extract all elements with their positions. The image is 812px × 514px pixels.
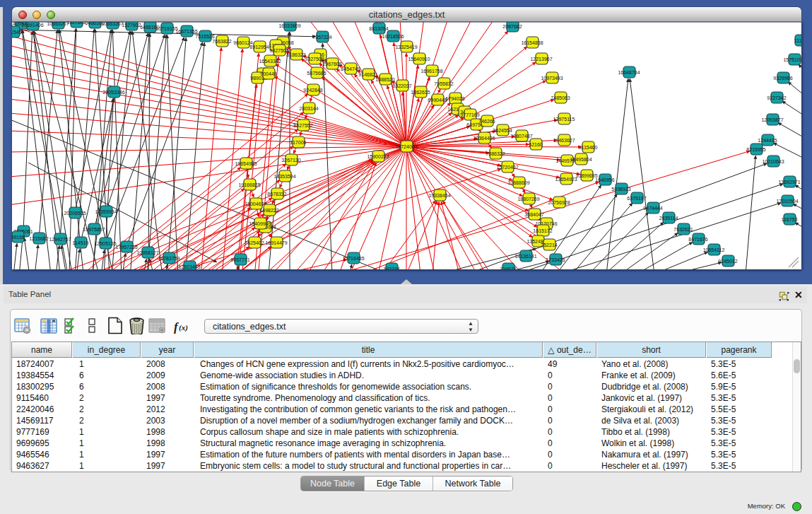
svg-text:19975857: 19975857 [83, 227, 105, 232]
svg-text:18724007: 18724007 [395, 144, 417, 149]
svg-text:4498222: 4498222 [259, 208, 278, 213]
svg-text:900446: 900446 [260, 71, 276, 76]
svg-text:15716485: 15716485 [342, 256, 364, 261]
svg-text:15409949: 15409949 [249, 221, 271, 226]
svg-text:10688609: 10688609 [507, 180, 529, 185]
svg-text:9227342: 9227342 [767, 95, 786, 100]
svg-text:15720407: 15720407 [496, 165, 518, 170]
svg-text:117006: 117006 [290, 140, 307, 145]
svg-text:1215682: 1215682 [29, 236, 48, 241]
svg-text:10958127: 10958127 [136, 250, 158, 255]
svg-text:17359934: 17359934 [95, 209, 117, 214]
svg-text:114519: 114519 [73, 240, 89, 245]
svg-text:1640956: 1640956 [595, 177, 614, 182]
svg-text:6990448: 6990448 [428, 98, 447, 103]
svg-text:1527602: 1527602 [122, 23, 141, 28]
svg-text:7357224: 7357224 [312, 35, 331, 40]
svg-text:16154838: 16154838 [521, 40, 543, 45]
svg-text:15900213: 15900213 [367, 154, 389, 159]
svg-text:7632621: 7632621 [673, 227, 693, 232]
svg-text:16543342: 16543342 [259, 59, 281, 64]
svg-text:8813054: 8813054 [369, 26, 388, 31]
svg-text:14353594: 14353594 [273, 174, 295, 179]
svg-text:9245012: 9245012 [718, 259, 737, 264]
svg-text:10973493: 10973493 [541, 76, 563, 81]
svg-text:192234: 192234 [383, 267, 399, 270]
svg-text:10899695: 10899695 [575, 173, 597, 178]
svg-text:3624554: 3624554 [493, 128, 512, 133]
svg-text:98901: 98901 [250, 76, 264, 81]
svg-text:12975115: 12975115 [553, 117, 575, 122]
svg-text:5875685: 5875685 [307, 71, 326, 76]
svg-text:8678332: 8678332 [267, 192, 286, 197]
svg-text:3267130: 3267130 [281, 158, 300, 163]
svg-text:2935114: 2935114 [659, 216, 678, 221]
svg-text:1588520: 1588520 [375, 77, 394, 82]
svg-text:11004678: 11004678 [245, 201, 267, 206]
svg-text:19654985: 19654985 [235, 161, 257, 166]
svg-text:9327508: 9327508 [305, 57, 324, 62]
svg-text:18807269: 18807269 [517, 197, 539, 201]
svg-text:9242848: 9242848 [303, 88, 322, 93]
svg-text:9474444: 9474444 [643, 206, 662, 211]
svg-text:7485063: 7485063 [551, 95, 570, 100]
svg-text:16782759: 16782759 [158, 256, 180, 261]
svg-text:5938923: 5938923 [611, 187, 630, 192]
svg-text:991545: 991545 [12, 30, 22, 35]
svg-text:7663822: 7663822 [212, 39, 231, 44]
svg-text:13654923: 13654923 [555, 177, 577, 182]
svg-text:10210643: 10210643 [762, 159, 784, 164]
svg-text:1527602: 1527602 [66, 22, 86, 25]
svg-text:17010504: 17010504 [776, 199, 798, 204]
svg-text:16961758: 16961758 [420, 69, 442, 74]
svg-text:2087682: 2087682 [502, 24, 522, 29]
svg-text:19166825: 19166825 [238, 182, 260, 187]
svg-text:12923445: 12923445 [178, 264, 200, 269]
svg-text:1733426: 1733426 [546, 257, 565, 262]
svg-text:10654112: 10654112 [703, 247, 725, 252]
svg-text:116753: 116753 [782, 217, 798, 222]
svg-text:16648784: 16648784 [618, 70, 640, 75]
svg-text:12213967: 12213967 [530, 57, 552, 62]
svg-text:10807487: 10807487 [510, 134, 532, 139]
svg-text:19463627: 19463627 [553, 138, 575, 143]
svg-text:10653267: 10653267 [47, 22, 69, 26]
svg-text:6794028: 6794028 [445, 96, 464, 101]
svg-text:2967608: 2967608 [322, 62, 341, 66]
svg-text:104678: 104678 [500, 267, 516, 270]
svg-text:9777169: 9777169 [460, 112, 479, 117]
svg-text:746266: 746266 [478, 119, 495, 124]
svg-text:16033809: 16033809 [278, 23, 300, 28]
svg-text:20053346: 20053346 [102, 90, 124, 95]
svg-text:16671355: 16671355 [175, 29, 197, 34]
svg-text:8215955: 8215955 [746, 147, 765, 152]
svg-text:9146821: 9146821 [358, 72, 377, 77]
svg-text:11122: 11122 [794, 38, 801, 43]
svg-text:20206535: 20206535 [64, 211, 86, 216]
svg-text:252214: 252214 [541, 243, 557, 247]
svg-text:20691406: 20691406 [21, 23, 43, 28]
svg-text:12505135: 12505135 [94, 241, 116, 246]
svg-text:19338454: 19338454 [428, 193, 450, 198]
svg-text:16914479: 16914479 [265, 240, 287, 245]
svg-text:19218506: 19218506 [382, 34, 404, 39]
svg-text:7625402: 7625402 [245, 240, 264, 245]
svg-text:7515526: 7515526 [195, 34, 214, 39]
svg-text:8912954: 8912954 [249, 45, 269, 49]
svg-text:39159: 39159 [12, 235, 25, 240]
svg-text:20756928: 20756928 [548, 200, 570, 205]
svg-text:(x): (x) [179, 323, 188, 332]
svg-text:3684047: 3684047 [524, 212, 543, 217]
svg-text:15640910: 15640910 [408, 57, 430, 62]
svg-text:9457771: 9457771 [230, 257, 249, 262]
svg-text:1362615: 1362615 [411, 90, 430, 95]
svg-text:1244415: 1244415 [758, 138, 777, 143]
svg-text:9115460: 9115460 [579, 145, 598, 150]
svg-text:2803144: 2803144 [299, 106, 318, 111]
svg-text:10719155: 10719155 [155, 26, 177, 31]
svg-text:13692971: 13692971 [778, 180, 800, 185]
svg-text:13325419: 13325419 [395, 45, 417, 49]
svg-text:1615172: 1615172 [533, 228, 552, 233]
svg-text:10653267: 10653267 [101, 22, 123, 26]
svg-text:7386322: 7386322 [486, 151, 505, 156]
